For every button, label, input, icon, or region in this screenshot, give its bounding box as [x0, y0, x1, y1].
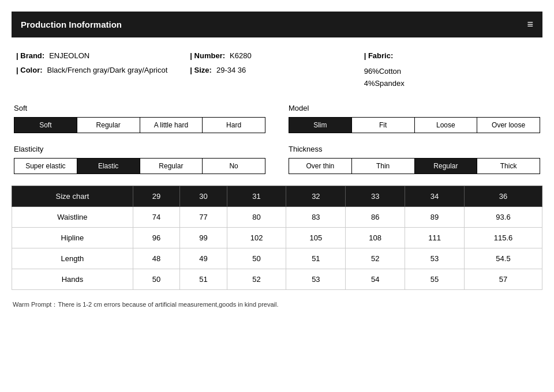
- cell-hipline-2: 102: [227, 227, 286, 248]
- cell-length-6: 54.5: [464, 248, 542, 269]
- soft-options: SoftRegularA little hardHard: [14, 117, 265, 133]
- cell-hipline-3: 105: [286, 227, 346, 248]
- option-regular[interactable]: Regular: [415, 159, 478, 174]
- cell-hipline-5: 111: [405, 227, 465, 248]
- header-title: Production Inoformation: [21, 20, 122, 29]
- cell-waistline-5: 89: [405, 206, 465, 227]
- brand-row: | Brand: ENJEOLON: [16, 51, 190, 60]
- soft-title: Soft: [14, 104, 265, 112]
- size-row: | Size: 29-34 36: [190, 66, 364, 74]
- table-row: Length48495051525354.5: [12, 248, 542, 269]
- option-over-thin[interactable]: Over thin: [289, 159, 352, 174]
- info-col-mid: | Number: K6280 | Size: 29-34 36: [190, 51, 364, 90]
- number-label: | Number:: [190, 51, 225, 60]
- option-regular[interactable]: Regular: [140, 159, 203, 174]
- thickness-options: Over thinThinRegularThick: [289, 158, 540, 174]
- color-label: | Color:: [16, 66, 43, 74]
- fabric-label: | Fabric:: [364, 51, 394, 60]
- product-info-section: | Brand: ENJEOLON | Color: Black/French …: [12, 51, 542, 90]
- option-over-loose[interactable]: Over loose: [477, 118, 540, 133]
- col-header-32: 32: [286, 186, 346, 206]
- cell-hipline-6: 115.6: [464, 227, 542, 248]
- cell-length-2: 50: [227, 248, 286, 269]
- fabric-value2: 4%Spandex: [364, 78, 538, 90]
- soft-block: Soft SoftRegularA little hardHard: [14, 104, 265, 133]
- soft-model-row: Soft SoftRegularA little hardHard Model …: [12, 104, 542, 133]
- table-row: Hands50515253545557: [12, 269, 542, 289]
- cell-length-4: 52: [346, 248, 405, 269]
- cell-waistline-3: 83: [286, 206, 346, 227]
- fabric-value1: 96%Cotton: [364, 66, 538, 78]
- col-header-29: 29: [133, 186, 179, 206]
- option-regular[interactable]: Regular: [77, 118, 140, 133]
- table-row: Waistline74778083868993.6: [12, 206, 542, 227]
- menu-icon[interactable]: ≡: [527, 18, 533, 31]
- option-loose[interactable]: Loose: [415, 118, 478, 133]
- size-value: 29-34 36: [216, 66, 246, 74]
- option-slim[interactable]: Slim: [289, 118, 352, 133]
- table-row: Hipline9699102105108111115.6: [12, 227, 542, 248]
- cell-length-5: 53: [405, 248, 465, 269]
- cell-waistline-6: 93.6: [464, 206, 542, 227]
- fabric-values: 96%Cotton 4%Spandex: [364, 66, 538, 90]
- cell-hands-2: 52: [227, 269, 286, 289]
- option-super-elastic[interactable]: Super elastic: [14, 159, 77, 174]
- col-header-33: 33: [346, 186, 405, 206]
- model-block: Model SlimFitLooseOver loose: [289, 104, 540, 133]
- option-elastic[interactable]: Elastic: [77, 159, 140, 174]
- option-thin[interactable]: Thin: [352, 159, 415, 174]
- cell-length-1: 49: [180, 248, 227, 269]
- elasticity-options: Super elasticElasticRegularNo: [14, 158, 265, 174]
- cell-waistline-0: 74: [133, 206, 179, 227]
- thickness-block: Thickness Over thinThinRegularThick: [289, 145, 540, 174]
- color-row: | Color: Black/French gray/Dark gray/Apr…: [16, 66, 190, 74]
- cell-hipline-1: 99: [180, 227, 227, 248]
- cell-hands-3: 53: [286, 269, 346, 289]
- col-header-30: 30: [180, 186, 227, 206]
- col-header-31: 31: [227, 186, 286, 206]
- number-row: | Number: K6280: [190, 51, 364, 60]
- cell-waistline-4: 86: [346, 206, 405, 227]
- info-col-left: | Brand: ENJEOLON | Color: Black/French …: [16, 51, 190, 90]
- row-label-length: Length: [12, 248, 133, 269]
- brand-label: | Brand:: [16, 51, 44, 60]
- brand-value: ENJEOLON: [49, 51, 89, 60]
- size-chart-section: Size chart29303132333436Waistline7477808…: [12, 186, 542, 290]
- row-label-hipline: Hipline: [12, 227, 133, 248]
- cell-hands-5: 55: [405, 269, 465, 289]
- cell-hands-0: 50: [133, 269, 179, 289]
- fabric-row: | Fabric:: [364, 51, 538, 60]
- cell-hands-1: 51: [180, 269, 227, 289]
- option-hard[interactable]: Hard: [203, 118, 265, 133]
- cell-hands-4: 54: [346, 269, 405, 289]
- option-soft[interactable]: Soft: [14, 118, 77, 133]
- elasticity-title: Elasticity: [14, 145, 265, 153]
- option-a-little-hard[interactable]: A little hard: [140, 118, 203, 133]
- size-table: Size chart29303132333436Waistline7477808…: [12, 186, 542, 290]
- warm-prompt: Warm Prompt：There is 1-2 cm errors becau…: [12, 297, 542, 312]
- cell-length-0: 48: [133, 248, 179, 269]
- color-value: Black/French gray/Dark gray/Apricot: [47, 66, 168, 74]
- model-title: Model: [289, 104, 540, 112]
- size-chart-title: Size chart: [12, 186, 133, 206]
- cell-hands-6: 57: [464, 269, 542, 289]
- size-label: | Size:: [190, 66, 212, 74]
- cell-waistline-2: 80: [227, 206, 286, 227]
- model-options: SlimFitLooseOver loose: [289, 117, 540, 133]
- elasticity-thickness-row: Elasticity Super elasticElasticRegularNo…: [12, 145, 542, 174]
- cell-waistline-1: 77: [180, 206, 227, 227]
- col-header-34: 34: [405, 186, 465, 206]
- col-header-36: 36: [464, 186, 542, 206]
- number-value: K6280: [230, 51, 252, 60]
- option-no[interactable]: No: [203, 159, 265, 174]
- row-label-hands: Hands: [12, 269, 133, 289]
- cell-hipline-4: 108: [346, 227, 405, 248]
- row-label-waistline: Waistline: [12, 206, 133, 227]
- info-col-right: | Fabric: 96%Cotton 4%Spandex: [364, 51, 538, 90]
- elasticity-block: Elasticity Super elasticElasticRegularNo: [14, 145, 265, 174]
- option-fit[interactable]: Fit: [352, 118, 415, 133]
- thickness-title: Thickness: [289, 145, 540, 153]
- cell-hipline-0: 96: [133, 227, 179, 248]
- option-thick[interactable]: Thick: [477, 159, 540, 174]
- production-info-header: Production Inoformation ≡: [12, 12, 542, 37]
